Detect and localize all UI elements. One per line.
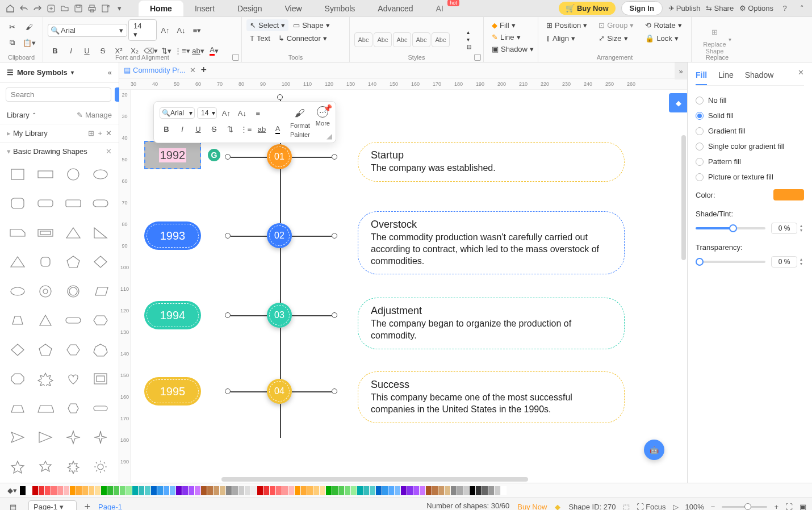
position-button[interactable]: ⊞Position▾: [543, 19, 591, 31]
mini-bold-icon[interactable]: B: [160, 122, 173, 136]
shape-rect[interactable]: [34, 162, 57, 186]
shape-ring[interactable]: [61, 279, 85, 303]
resize-icon[interactable]: ◢: [327, 132, 332, 140]
collapse-lib-icon[interactable]: ⌃: [32, 112, 36, 118]
color-swatch[interactable]: [70, 486, 76, 495]
color-swatch[interactable]: [176, 486, 182, 495]
sign-in-button[interactable]: Sign In: [621, 1, 663, 15]
color-swatch[interactable]: [164, 486, 169, 495]
mini-underline-icon[interactable]: U: [191, 122, 205, 136]
color-swatch[interactable]: [445, 486, 450, 495]
zoom-slider[interactable]: [722, 506, 767, 508]
color-swatch[interactable]: [251, 486, 257, 495]
shape-trap2[interactable]: [6, 396, 30, 420]
format-side-icon[interactable]: ◆: [669, 93, 687, 112]
horizontal-scrollbar[interactable]: [221, 477, 528, 482]
color-swatch[interactable]: [132, 486, 138, 495]
tab-home[interactable]: Home: [139, 1, 183, 16]
tab-view[interactable]: View: [274, 1, 313, 16]
color-swatch[interactable]: [320, 486, 325, 495]
shape-stadium[interactable]: [61, 308, 85, 332]
fill-option[interactable]: Pattern fill: [696, 154, 804, 169]
color-swatch[interactable]: [413, 486, 419, 495]
shape-frame2[interactable]: [89, 367, 112, 391]
shape-hex3[interactable]: [61, 396, 85, 420]
color-swatch[interactable]: [438, 486, 444, 495]
shape-trapezoid[interactable]: [6, 308, 30, 332]
shape-pent2[interactable]: [34, 338, 57, 362]
shape-round-rect[interactable]: [34, 191, 57, 215]
color-swatch[interactable]: [401, 486, 407, 495]
color-swatch[interactable]: [288, 486, 294, 495]
style-preset[interactable]: Abc: [432, 32, 450, 47]
tab-advanced[interactable]: Advanced: [366, 1, 424, 16]
connector-tool[interactable]: ↳Connector ▾: [275, 32, 330, 44]
styles-launcher[interactable]: [474, 54, 481, 61]
shape-hex2[interactable]: [61, 338, 85, 362]
tab-symbols[interactable]: Symbols: [313, 1, 367, 16]
color-swatch[interactable]: [301, 486, 307, 495]
more-qa-icon[interactable]: ▾: [114, 3, 125, 14]
color-swatch[interactable]: [370, 486, 375, 495]
font-select[interactable]: Arial ▾🔍: [48, 24, 127, 37]
color-swatch[interactable]: [363, 486, 369, 495]
color-swatch[interactable]: [326, 486, 332, 495]
fit-icon[interactable]: ▣: [800, 503, 806, 510]
mini-align-icon[interactable]: ≡: [251, 106, 265, 120]
align-icon[interactable]: ≡▾: [190, 23, 204, 37]
mini-size-select[interactable]: 14▾: [197, 107, 217, 119]
color-swatch[interactable]: [332, 486, 338, 495]
add2-icon[interactable]: +: [98, 129, 102, 137]
color-swatch[interactable]: [45, 486, 51, 495]
trans-slider[interactable]: [696, 261, 765, 263]
shape-heart[interactable]: [61, 367, 85, 391]
shape-heptagon[interactable]: [89, 338, 112, 362]
mini-bullets-icon[interactable]: ⋮≡: [239, 122, 253, 136]
page-select[interactable]: Page-1 ▾: [28, 500, 77, 510]
color-swatch[interactable]: [51, 486, 57, 495]
color-swatch[interactable]: [189, 486, 194, 495]
shape-round-diamond[interactable]: [34, 250, 57, 274]
decrease-font-icon[interactable]: A↓: [174, 23, 189, 37]
color-swatch[interactable]: [488, 486, 494, 495]
shape-triangle[interactable]: [61, 221, 85, 245]
ai-assistant-button[interactable]: 🤖: [644, 440, 664, 460]
replace-shape-icon[interactable]: ⊞: [707, 25, 722, 40]
bucket-bar-icon[interactable]: ◆▾: [5, 483, 19, 498]
format-painter-icon[interactable]: 🖌: [293, 106, 307, 120]
shape-pill2[interactable]: [89, 396, 112, 420]
format-painter-icon[interactable]: 🖌: [22, 19, 36, 34]
canvas[interactable]: 2030405060708090100110120130140150160170…: [119, 90, 687, 483]
color-swatch[interactable]: [476, 486, 482, 495]
doc-tab[interactable]: ▤ Commodity Pr... ✕: [124, 66, 196, 74]
desc-box-4[interactable]: SuccessThis company became one of the mo…: [358, 371, 625, 423]
color-swatch[interactable]: [295, 486, 300, 495]
shape-pill[interactable]: [89, 191, 112, 215]
shape-circle[interactable]: [61, 162, 85, 186]
fill-option[interactable]: Gradient fill: [696, 123, 804, 139]
close-doc-icon[interactable]: ✕: [190, 66, 196, 74]
color-swatch[interactable]: [245, 486, 250, 495]
prop-tab-shadow[interactable]: Shadow: [745, 68, 774, 85]
desc-box-1[interactable]: Startup The company was established.: [358, 142, 625, 182]
shadow-button[interactable]: ▣Shadow ▾: [488, 43, 537, 55]
color-swatch[interactable]: [345, 486, 350, 495]
shape-star5[interactable]: [6, 455, 30, 479]
color-swatch[interactable]: [257, 486, 263, 495]
style-more-icon[interactable]: ⊟: [467, 44, 471, 50]
color-swatch[interactable]: [351, 486, 357, 495]
diamond-icon[interactable]: ◆: [555, 503, 560, 510]
group-button[interactable]: ⊡Group▾: [595, 19, 637, 31]
shape-right-tri[interactable]: [89, 221, 112, 245]
home-icon[interactable]: [5, 3, 16, 14]
color-swatch[interactable]: [39, 486, 44, 495]
style-preset[interactable]: Abc: [412, 32, 430, 47]
fill-option[interactable]: Solid fill: [696, 108, 804, 123]
year-pill-1995[interactable]: 1995: [144, 377, 201, 406]
mini-linespace-icon[interactable]: ⇅: [223, 122, 237, 136]
color-swatch[interactable]: [388, 486, 394, 495]
color-swatch[interactable]: [26, 486, 32, 495]
color-swatch[interactable]: [107, 486, 113, 495]
color-swatch[interactable]: [226, 486, 232, 495]
select-tool[interactable]: ↖Select ▾: [246, 19, 288, 31]
